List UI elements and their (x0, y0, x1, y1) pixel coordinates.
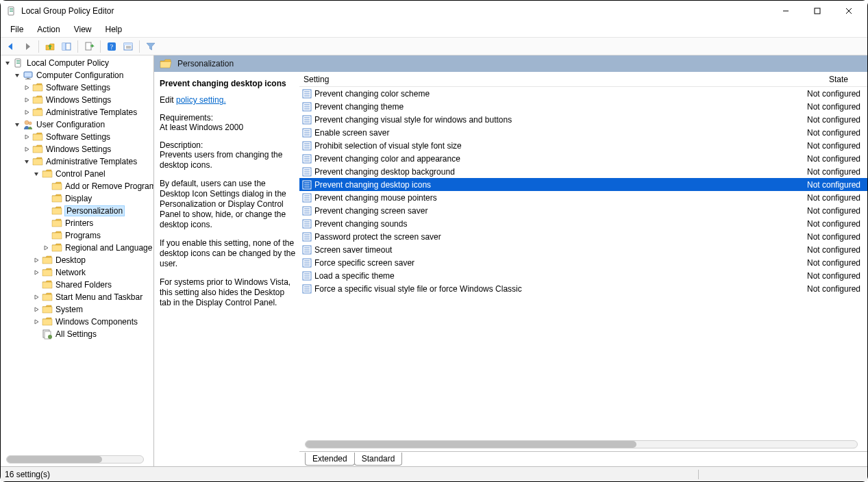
expander-icon[interactable] (23, 96, 31, 104)
setting-row[interactable]: Password protect the screen saverNot con… (299, 230, 867, 243)
expander-icon[interactable] (13, 120, 21, 129)
column-header-state[interactable]: State (813, 75, 867, 84)
tree-node[interactable]: Desktop (3, 254, 154, 266)
tree-node[interactable]: Windows Settings (3, 94, 154, 106)
tree-node[interactable]: Add or Remove Programs (3, 180, 154, 192)
tree-node[interactable]: Windows Settings (3, 143, 154, 155)
setting-row[interactable]: Prevent changing mouse pointersNot confi… (299, 191, 867, 204)
setting-row[interactable]: Prevent changing screen saverNot configu… (299, 204, 867, 217)
tree-node[interactable]: Network (3, 266, 154, 279)
expander-icon[interactable] (32, 318, 40, 326)
up-button[interactable] (42, 39, 58, 54)
expander-icon[interactable] (32, 330, 40, 338)
expander-icon[interactable] (13, 71, 21, 79)
expander-icon[interactable] (42, 219, 50, 227)
tree-node[interactable]: Control Panel (3, 168, 154, 180)
maximize-button[interactable] (802, 1, 833, 21)
svg-point-29 (48, 335, 52, 339)
setting-row[interactable]: Force specific screen saverNot configure… (299, 256, 867, 269)
expander-icon[interactable] (32, 268, 40, 277)
tab-standard[interactable]: Standard (354, 453, 403, 466)
tree-node[interactable]: Shared Folders (3, 279, 154, 291)
computer-icon (23, 71, 34, 80)
expander-icon[interactable] (23, 133, 31, 141)
tree-node[interactable]: Software Settings (3, 81, 154, 94)
list-horizontal-scrollbar[interactable] (305, 440, 858, 448)
forward-button[interactable] (20, 39, 35, 54)
setting-row[interactable]: Prohibit selection of visual style font … (299, 139, 867, 152)
expander-icon[interactable] (32, 305, 40, 314)
expander-icon[interactable] (32, 256, 40, 264)
requirements: Requirements: At least Windows 2000 (160, 113, 297, 132)
menu-action[interactable]: Action (30, 23, 66, 36)
tree-node[interactable]: Printers (3, 217, 154, 229)
setting-row[interactable]: Enable screen saverNot configured (299, 126, 867, 139)
menu-file[interactable]: File (3, 23, 30, 36)
tree-node-label: Desktop (55, 255, 86, 265)
description-paragraph: Prevents users from changing the desktop… (160, 150, 297, 170)
tree-node[interactable]: Start Menu and Taskbar (3, 291, 154, 303)
menu-view[interactable]: View (67, 23, 99, 36)
minimize-button[interactable] (770, 1, 802, 21)
tree-node[interactable]: System (3, 303, 154, 316)
filter-button[interactable] (143, 39, 158, 54)
expander-icon[interactable] (32, 170, 40, 178)
tree-node[interactable]: Regional and Language Options (3, 242, 154, 254)
column-header-setting[interactable]: Setting (299, 75, 813, 84)
tree-node[interactable]: Software Settings (3, 131, 154, 143)
tree-node[interactable]: Personalization (3, 205, 154, 217)
expander-icon[interactable] (32, 293, 40, 301)
settings-list[interactable]: Prevent changing color schemeNot configu… (299, 87, 867, 451)
close-button[interactable] (833, 1, 865, 21)
setting-row[interactable]: Load a specific themeNot configured (299, 269, 867, 282)
tree-node[interactable]: Administrative Templates (3, 155, 154, 168)
properties-button[interactable] (121, 39, 136, 54)
tree-node[interactable]: Administrative Templates (3, 106, 154, 118)
tab-extended[interactable]: Extended (305, 453, 355, 466)
show-hide-console-tree-button[interactable] (59, 39, 74, 54)
expander-icon[interactable] (42, 194, 50, 203)
setting-row[interactable]: Prevent changing color schemeNot configu… (299, 87, 867, 100)
tree-node-label: Administrative Templates (46, 157, 137, 166)
setting-row[interactable]: Prevent changing soundsNot configured (299, 217, 867, 230)
tree-node[interactable]: User Configuration (3, 118, 154, 131)
setting-row[interactable]: Prevent changing visual style for window… (299, 113, 867, 126)
setting-row[interactable]: Prevent changing color and appearanceNot… (299, 152, 867, 165)
expander-icon[interactable] (23, 84, 31, 92)
setting-name: Prevent changing color and appearance (314, 154, 807, 164)
setting-row[interactable]: Screen saver timeoutNot configured (299, 243, 867, 256)
policy-setting-icon (302, 115, 312, 125)
setting-row[interactable]: Prevent changing desktop iconsNot config… (299, 178, 867, 191)
tree[interactable]: Local Computer PolicyComputer Configurat… (1, 55, 154, 342)
setting-row[interactable]: Prevent changing themeNot configured (299, 100, 867, 113)
help-button[interactable]: ? (104, 39, 119, 54)
tree-node[interactable]: Programs (3, 229, 154, 242)
tree-node[interactable]: All Settings (3, 328, 154, 340)
expander-icon[interactable] (23, 145, 31, 153)
setting-row[interactable]: Prevent changing desktop backgroundNot c… (299, 165, 867, 178)
back-button[interactable] (3, 39, 18, 54)
tree-node[interactable]: Computer Configuration (3, 69, 154, 81)
folder-icon (32, 83, 43, 92)
edit-policy-link[interactable]: policy setting. (176, 95, 226, 105)
folder-icon (51, 181, 62, 191)
tree-node[interactable]: Local Computer Policy (3, 57, 154, 69)
folder-icon (42, 292, 53, 302)
expander-icon[interactable] (42, 244, 50, 252)
expander-icon[interactable] (42, 182, 50, 190)
expander-icon[interactable] (23, 108, 31, 116)
policy-icon (13, 58, 24, 68)
tree-node[interactable]: Windows Components (3, 316, 154, 328)
expander-icon[interactable] (3, 59, 12, 67)
tree-horizontal-scrollbar[interactable] (6, 455, 144, 464)
setting-name: Prohibit selection of visual style font … (314, 141, 807, 151)
expander-icon[interactable] (23, 157, 31, 166)
expander-icon[interactable] (42, 231, 50, 240)
tree-node[interactable]: Display (3, 192, 154, 205)
policy-setting-icon (302, 245, 312, 255)
export-list-button[interactable] (82, 39, 97, 54)
menu-help[interactable]: Help (99, 23, 129, 36)
setting-row[interactable]: Force a specific visual style file or fo… (299, 282, 867, 295)
expander-icon[interactable] (32, 281, 40, 289)
expander-icon[interactable] (42, 207, 50, 215)
